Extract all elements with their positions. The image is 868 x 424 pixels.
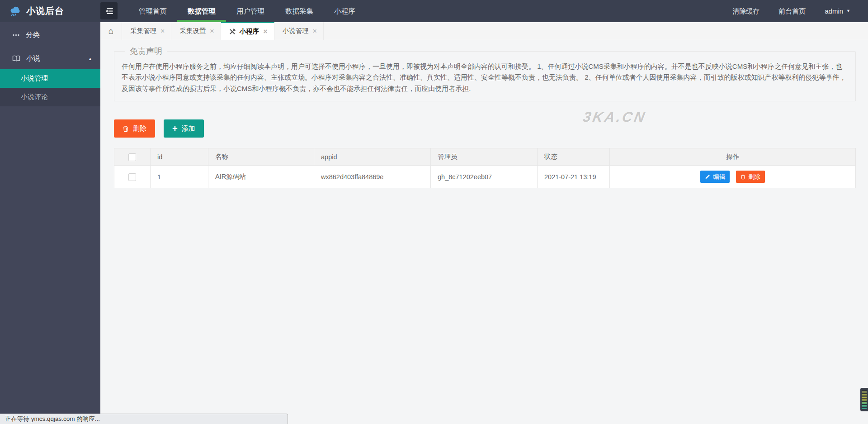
cloud-rain-logo-icon	[9, 5, 22, 18]
tab-label: 采集管理	[130, 27, 156, 35]
close-icon[interactable]: ×	[160, 28, 165, 35]
select-all-checkbox[interactable]	[128, 153, 136, 161]
novel-submenu: 小说管理 小说评论	[0, 69, 100, 106]
nav-item-data-collect[interactable]: 数据采集	[275, 0, 324, 22]
clear-cache-button[interactable]: 清除缓存	[723, 0, 769, 22]
delete-button[interactable]: 删除	[114, 119, 155, 138]
book-icon	[12, 55, 20, 62]
column-header-name: 名称	[208, 148, 314, 166]
row-delete-label: 删除	[748, 173, 760, 181]
chevron-up-icon: ▲	[88, 57, 92, 61]
app-logo: 小说后台	[0, 0, 100, 22]
column-header-admin: 管理员	[431, 148, 538, 166]
nav-item-admin-home[interactable]: 管理首页	[128, 0, 177, 22]
cell-id: 1	[151, 166, 208, 188]
sidebar-item-label: 分类	[26, 30, 40, 40]
mini-program-table: id 名称 appid 管理员 状态 操作 1 AIR源码站 wx862d403…	[114, 148, 856, 188]
column-header-status: 状态	[538, 148, 610, 166]
header-actions: 清除缓存 前台首页 admin ▼	[723, 0, 868, 22]
browser-status-bubble: 正在等待 ymcs.qqjas.com 的响应...	[0, 414, 288, 424]
top-header: 小说后台 管理首页 数据管理 用户管理 数据采集 小程序 清除缓存 前台首页 a…	[0, 0, 868, 22]
tab-bar: ⌂ 采集管理 × 采集设置 × 小程序 × 小说管理 ×	[100, 22, 868, 40]
stripes-decoration	[862, 390, 867, 409]
close-icon[interactable]: ×	[210, 28, 214, 35]
tab-collect-manage[interactable]: 采集管理 ×	[122, 22, 171, 40]
home-icon: ⌂	[108, 26, 113, 36]
user-menu[interactable]: admin ▼	[815, 0, 860, 22]
main-content: 免责声明 任何用户在使用小程序服务之前，均应仔细阅读本声明，用户可选择不使用小程…	[100, 40, 868, 424]
tab-label: 小说管理	[283, 27, 309, 35]
disclaimer-text: 任何用户在使用小程序服务之前，均应仔细阅读本声明，用户可选择不使用小程序，一旦使…	[122, 61, 848, 94]
plus-icon: +	[172, 124, 178, 133]
column-header-id: id	[151, 148, 208, 166]
close-icon[interactable]: ×	[313, 28, 317, 35]
collapse-sidebar-icon	[105, 8, 113, 14]
toolbar: 删除 + 添加	[114, 119, 856, 138]
ellipsis-icon	[12, 31, 20, 39]
trash-icon	[741, 174, 745, 180]
tools-icon	[229, 29, 236, 35]
floating-scroll-widget[interactable]	[860, 388, 868, 411]
trash-icon	[123, 125, 129, 132]
row-edit-button[interactable]: 编辑	[700, 171, 730, 183]
tab-novel-manage[interactable]: 小说管理 ×	[274, 22, 324, 40]
nav-item-mini-program[interactable]: 小程序	[324, 0, 366, 22]
row-edit-label: 编辑	[713, 173, 725, 181]
tab-label: 采集设置	[179, 27, 206, 35]
row-delete-button[interactable]: 删除	[736, 171, 765, 183]
tab-label: 小程序	[240, 27, 259, 36]
sidebar-item-novel[interactable]: 小说 ▲	[0, 48, 100, 69]
username: admin	[825, 0, 843, 22]
row-checkbox[interactable]	[128, 173, 136, 181]
delete-button-label: 删除	[133, 124, 146, 133]
tab-collect-settings[interactable]: 采集设置 ×	[171, 22, 221, 40]
disclaimer-title: 免责声明	[125, 46, 167, 57]
tab-mini-program[interactable]: 小程序 ×	[221, 22, 274, 40]
tab-home[interactable]: ⌂	[100, 22, 122, 40]
top-navigation: 管理首页 数据管理 用户管理 数据采集 小程序	[128, 0, 366, 22]
cell-appid: wx862d403ffa84869e	[314, 166, 431, 188]
table-header-row: id 名称 appid 管理员 状态 操作	[114, 148, 856, 166]
pencil-icon	[705, 174, 710, 180]
sidebar-subitem-novel-comments[interactable]: 小说评论	[0, 88, 100, 106]
cell-admin: gh_8c71202eeb07	[431, 166, 538, 188]
nav-item-user-management[interactable]: 用户管理	[226, 0, 275, 22]
column-header-actions: 操作	[610, 148, 856, 166]
column-header-appid: appid	[314, 148, 431, 166]
close-icon[interactable]: ×	[263, 28, 267, 35]
sidebar-subitem-novel-manage[interactable]: 小说管理	[0, 69, 100, 88]
sidebar-item-label: 小说	[26, 54, 40, 63]
cell-name: AIR源码站	[208, 166, 314, 188]
cell-actions: 编辑 删除	[610, 166, 856, 188]
collapse-sidebar-button[interactable]	[100, 2, 118, 19]
sidebar: 分类 小说 ▲ 小说管理 小说评论	[0, 22, 100, 424]
status-text: 正在等待 ymcs.qqjas.com 的响应...	[5, 415, 100, 423]
app-title: 小说后台	[26, 5, 64, 17]
cell-status: 2021-07-21 13:19	[538, 166, 610, 188]
watermark: 3KA.CN	[582, 109, 648, 125]
add-button[interactable]: + 添加	[164, 119, 204, 138]
table-row: 1 AIR源码站 wx862d403ffa84869e gh_8c71202ee…	[114, 166, 856, 188]
add-button-label: 添加	[182, 124, 195, 133]
disclaimer-fieldset: 免责声明 任何用户在使用小程序服务之前，均应仔细阅读本声明，用户可选择不使用小程…	[114, 46, 856, 101]
chevron-down-icon: ▼	[846, 0, 850, 22]
front-home-button[interactable]: 前台首页	[769, 0, 815, 22]
nav-item-data-management[interactable]: 数据管理	[177, 0, 226, 22]
sidebar-item-category[interactable]: 分类	[0, 24, 100, 46]
